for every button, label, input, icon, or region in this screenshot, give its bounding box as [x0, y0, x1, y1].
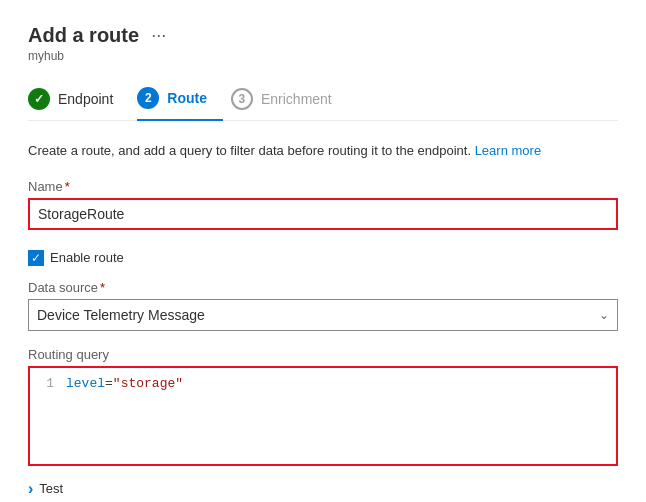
enable-route-row[interactable]: ✓ Enable route [28, 250, 618, 266]
code-equals: = [105, 376, 113, 391]
routing-query-label: Routing query [28, 347, 618, 362]
test-chevron-icon: › [28, 480, 33, 498]
step-route-label: Route [167, 90, 207, 106]
name-input[interactable] [28, 198, 618, 230]
datasource-dropdown-value: Device Telemetry Message [37, 307, 205, 323]
step-route-circle: 2 [137, 87, 159, 109]
name-field-wrapper: Name* [28, 179, 618, 242]
enable-route-label: Enable route [50, 250, 124, 265]
description-body: Create a route, and add a query to filte… [28, 143, 471, 158]
code-line-1: 1 level="storage" [30, 376, 616, 391]
step-enrichment-label: Enrichment [261, 91, 332, 107]
learn-more-link[interactable]: Learn more [475, 143, 541, 158]
step-endpoint[interactable]: ✓ Endpoint [28, 80, 129, 120]
step-route[interactable]: 2 Route [137, 79, 223, 121]
steps-nav: ✓ Endpoint 2 Route 3 Enrichment [28, 79, 618, 121]
enable-route-checkbox[interactable]: ✓ [28, 250, 44, 266]
test-row[interactable]: › Test [28, 480, 618, 498]
datasource-dropdown-wrapper: Device Telemetry Message ⌄ [28, 299, 618, 331]
code-attr-name: level [66, 376, 105, 391]
page-header: Add a route ··· [28, 24, 618, 47]
name-label: Name* [28, 179, 618, 194]
test-label: Test [39, 481, 63, 496]
routing-query-editor[interactable]: 1 level="storage" [28, 366, 618, 466]
step-endpoint-circle: ✓ [28, 88, 50, 110]
line-content-1: level="storage" [66, 376, 183, 391]
step-endpoint-label: Endpoint [58, 91, 113, 107]
line-number-1: 1 [30, 376, 66, 391]
step-enrichment[interactable]: 3 Enrichment [231, 80, 348, 120]
checkbox-check-icon: ✓ [31, 252, 41, 264]
datasource-dropdown[interactable]: Device Telemetry Message ⌄ [28, 299, 618, 331]
code-attr-value: "storage" [113, 376, 183, 391]
chevron-down-icon: ⌄ [599, 308, 609, 322]
more-options-icon[interactable]: ··· [151, 25, 166, 46]
page-title: Add a route [28, 24, 139, 47]
datasource-label: Data source* [28, 280, 618, 295]
step-enrichment-circle: 3 [231, 88, 253, 110]
description-text: Create a route, and add a query to filte… [28, 141, 618, 161]
subtitle: myhub [28, 49, 618, 63]
